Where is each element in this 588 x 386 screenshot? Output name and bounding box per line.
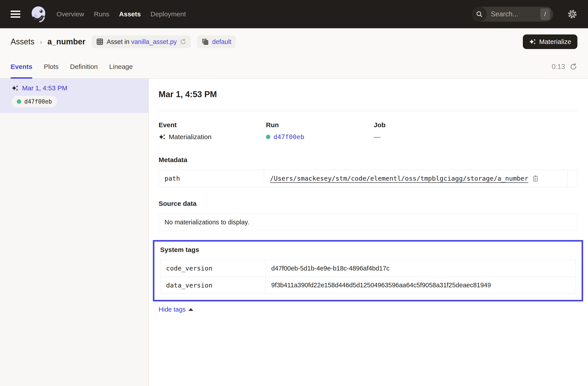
data-version-key: data_version [160, 277, 266, 293]
asset-file-link[interactable]: vanilla_asset.py [131, 38, 177, 45]
job-column-label: Job [374, 121, 577, 129]
dagster-logo-icon[interactable] [30, 5, 47, 23]
code-location-chip[interactable]: default [197, 35, 236, 48]
event-date-link[interactable]: Mar 1, 4:53 PM [22, 84, 67, 92]
system-tags-heading: System tags [160, 246, 576, 254]
global-search-input[interactable]: Search... / [472, 7, 553, 22]
asset-grid-icon [96, 38, 104, 45]
asset-page-header: Assets › a_number Asset in vanilla_asset… [0, 28, 588, 55]
table-row: path /Users/smackesey/stm/code/elementl/… [159, 170, 577, 187]
source-data-section: Source data No materializations to displ… [159, 200, 577, 231]
search-shortcut-badge: / [540, 8, 550, 20]
breadcrumb-current-asset: a_number [47, 37, 85, 46]
breadcrumb-assets-link[interactable]: Assets [11, 37, 34, 46]
event-type-value: Materialization [169, 133, 211, 141]
tab-plots[interactable]: Plots [44, 55, 59, 78]
collapse-caret-icon [189, 308, 193, 311]
path-value-link[interactable]: /Users/smackesey/stm/code/elementl/oss/t… [270, 175, 528, 182]
sparkle-icon [529, 38, 536, 45]
code-location-link[interactable]: default [212, 38, 231, 45]
job-empty-value: — [374, 133, 380, 141]
run-id-link[interactable]: d47f00eb [273, 133, 304, 141]
breadcrumb-separator: › [40, 38, 42, 46]
nav-item-assets[interactable]: Assets [119, 10, 141, 18]
code-location-icon [201, 38, 209, 45]
search-placeholder: Search... [491, 10, 540, 18]
metadata-key: path [159, 170, 264, 187]
tab-events[interactable]: Events [11, 55, 32, 78]
event-title: Mar 1, 4:53 PM [159, 90, 577, 99]
code-version-value: d47f00eb-5d1b-4e9e-b18c-4896af4bd17c [266, 260, 576, 277]
data-version-value: 9f3b411a390fd22e158d446d5d12504963596aa6… [266, 277, 576, 293]
metadata-heading: Metadata [159, 156, 577, 164]
tab-definition[interactable]: Definition [70, 55, 98, 78]
asset-tabs: Events Plots Definition Lineage 0:13 [0, 55, 588, 79]
code-version-key: code_version [160, 260, 266, 277]
settings-gear-icon[interactable] [567, 9, 577, 19]
refresh-icon[interactable] [569, 63, 577, 71]
run-success-dot-icon [266, 135, 270, 139]
metadata-section: Metadata path /Users/smackesey/stm/code/… [159, 156, 577, 187]
system-tags-table: code_version d47f00eb-5d1b-4e9e-b18c-489… [160, 260, 576, 294]
run-id-chip[interactable]: d47f00eb [11, 96, 57, 107]
source-data-heading: Source data [159, 200, 577, 207]
tab-lineage[interactable]: Lineage [109, 55, 133, 78]
event-list-item-selected[interactable]: Mar 1, 4:53 PM d47f00eb [0, 79, 148, 113]
asset-definition-chip[interactable]: Asset in vanilla_asset.py [92, 35, 191, 48]
hide-tags-toggle[interactable]: Hide tags [159, 306, 193, 313]
source-data-empty-message: No materializations to display. [159, 214, 577, 231]
nav-item-deployment[interactable]: Deployment [150, 10, 186, 18]
top-navigation-bar: Overview Runs Assets Deployment Search..… [0, 0, 588, 28]
table-row: data_version 9f3b411a390fd22e158d446d5d1… [160, 277, 576, 293]
main-nav: Overview Runs Assets Deployment [57, 10, 186, 18]
sparkle-icon [11, 84, 19, 92]
refresh-timer: 0:13 [552, 63, 565, 71]
reload-definition-icon[interactable] [180, 39, 187, 45]
copy-path-icon[interactable] [532, 175, 539, 182]
table-spacer-cell [567, 170, 577, 187]
materialize-button[interactable]: Materialize [523, 34, 577, 49]
event-list-sidebar: Mar 1, 4:53 PM d47f00eb [0, 79, 149, 386]
sparkle-icon [159, 133, 166, 141]
run-success-dot-icon [17, 99, 21, 104]
event-column-label: Event [159, 121, 266, 129]
metadata-table: path /Users/smackesey/stm/code/elementl/… [159, 170, 577, 187]
run-column-label: Run [266, 121, 374, 129]
nav-item-runs[interactable]: Runs [94, 10, 109, 18]
nav-item-overview[interactable]: Overview [57, 10, 84, 18]
system-tags-section-highlighted: System tags code_version d47f00eb-5d1b-4… [153, 240, 583, 302]
hamburger-menu-icon[interactable] [11, 11, 20, 18]
search-icon [472, 7, 487, 22]
divider [159, 111, 577, 111]
asset-chip-prefix: Asset in [107, 38, 131, 45]
table-row: code_version d47f00eb-5d1b-4e9e-b18c-489… [160, 260, 576, 277]
event-detail-panel: Mar 1, 4:53 PM Event Materialization Run… [149, 79, 588, 386]
